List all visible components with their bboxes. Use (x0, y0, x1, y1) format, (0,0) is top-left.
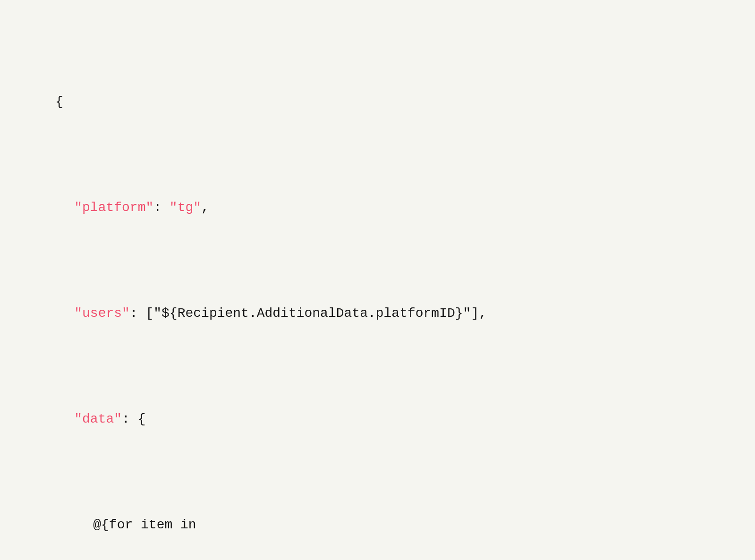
data-sep: : { (122, 412, 145, 426)
platform-key: "platform" (74, 200, 153, 215)
for-directive: @{for item in (93, 518, 196, 532)
users-end: "], (463, 306, 487, 321)
users-val: ${Recipient.AdditionalData.platformID} (161, 306, 463, 321)
platform-sep: : (153, 200, 170, 215)
data-key: "data" (74, 412, 122, 426)
line-2: "platform": "tg", (24, 177, 731, 240)
platform-end: , (201, 200, 209, 215)
line-3: "users": ["${Recipient.AdditionalData.pl… (24, 282, 731, 346)
line-1: { (24, 71, 731, 134)
line-4: "data": { (24, 388, 731, 451)
code-display: { "platform": "tg", "users": ["${Recipie… (24, 28, 731, 560)
brace-open: { (55, 94, 63, 109)
line-5: @{for item in (24, 494, 731, 557)
users-sep: : [" (130, 306, 161, 321)
users-key: "users" (74, 306, 130, 321)
platform-val: "tg" (170, 200, 201, 215)
